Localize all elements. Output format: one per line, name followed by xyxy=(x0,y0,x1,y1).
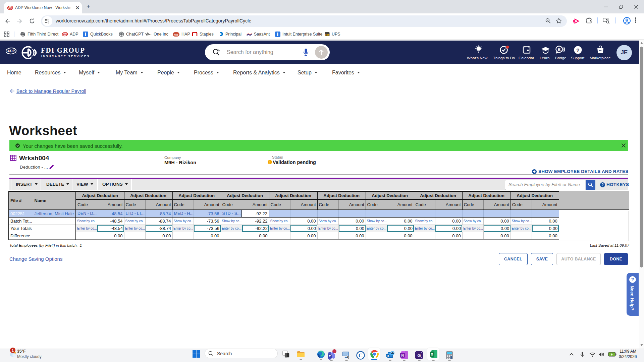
svg-text:C: C xyxy=(359,352,363,359)
svg-text:O: O xyxy=(386,354,389,358)
svg-text:?: ? xyxy=(576,47,579,53)
svg-text:X: X xyxy=(431,352,433,356)
svg-text:?: ? xyxy=(631,277,634,282)
svg-text:N: N xyxy=(401,354,404,357)
svg-text:?: ? xyxy=(601,183,603,187)
svg-text:T: T xyxy=(329,355,331,358)
svg-text:ADP: ADP xyxy=(7,49,15,53)
svg-text:B: B xyxy=(557,47,560,52)
svg-text:G: G xyxy=(417,353,421,358)
